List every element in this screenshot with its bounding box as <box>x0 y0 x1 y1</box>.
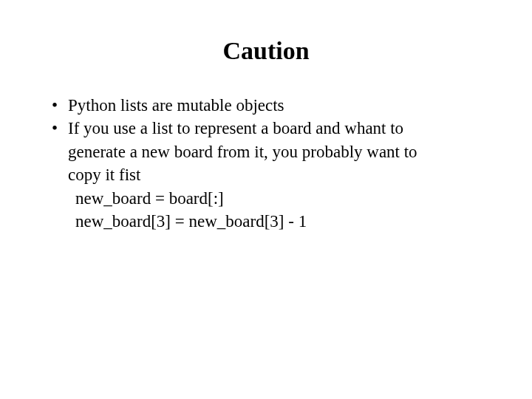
bullet-continuation: copy it fist <box>52 164 480 185</box>
slide-title: Caution <box>52 37 480 65</box>
bullet-continuation: generate a new board from it, you probab… <box>52 141 480 163</box>
code-line: new_board[3] = new_board[3] - 1 <box>52 211 480 232</box>
code-line: new_board = board[:] <box>52 188 480 209</box>
slide: Caution Python lists are mutable objects… <box>0 0 532 399</box>
slide-body: Python lists are mutable objects If you … <box>52 95 480 233</box>
bullet-item: Python lists are mutable objects <box>52 95 480 116</box>
bullet-item: If you use a list to represent a board a… <box>52 117 480 139</box>
